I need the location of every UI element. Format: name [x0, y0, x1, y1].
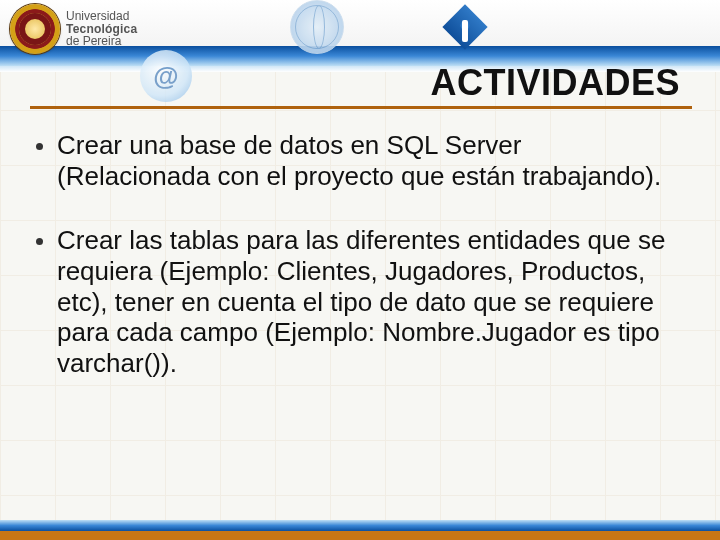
bullet-text: Crear las tablas para las diferentes ent…	[57, 225, 680, 378]
university-logo: Universidad Tecnológica de Pereira	[10, 4, 137, 54]
slide-body: Crear una base de datos en SQL Server (R…	[36, 130, 680, 413]
bullet-icon	[36, 143, 43, 150]
globe-icon	[290, 0, 344, 54]
list-item: Crear las tablas para las diferentes ent…	[36, 225, 680, 378]
seal-icon	[10, 4, 60, 54]
uni-line1: Universidad	[66, 10, 137, 23]
university-name: Universidad Tecnológica de Pereira	[66, 10, 137, 48]
bullet-icon	[36, 238, 43, 245]
at-icon: @	[140, 50, 192, 102]
list-item: Crear una base de datos en SQL Server (R…	[36, 130, 680, 191]
slide-title: ACTIVIDADES	[430, 62, 680, 104]
info-i-icon	[440, 2, 490, 52]
title-underline	[30, 106, 692, 109]
footer-bars	[0, 520, 720, 540]
bullet-text: Crear una base de datos en SQL Server (R…	[57, 130, 680, 191]
footer-blue-bar	[0, 520, 720, 531]
uni-line3: de Pereira	[66, 35, 137, 48]
footer-orange-bar	[0, 531, 720, 540]
